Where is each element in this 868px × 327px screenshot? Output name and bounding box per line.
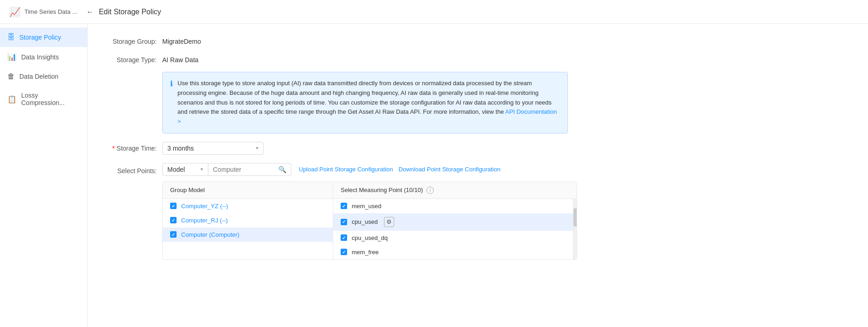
col-measuring-point: Select Measuring Point (10/10) i	[333, 182, 577, 199]
select-points-row: Select Points: Model ▾ 🔍 Upload Point St…	[102, 163, 853, 176]
info-text: Use this storage type to store analog in…	[177, 79, 560, 127]
points-table: Group Model Select Measuring Point (10/1…	[162, 181, 577, 260]
select-points-label: Select Points:	[102, 164, 162, 175]
scrollbar-track[interactable]	[573, 199, 577, 259]
app-logo: 📈 Time Series Data ...	[9, 6, 77, 18]
main-layout: 🗄 Storage Policy 📊 Data Insights 🗑 Data …	[0, 24, 868, 327]
back-arrow-icon: ←	[86, 8, 93, 16]
row-label-cpu-used-dq: cpu_used_dq	[352, 234, 388, 241]
logo-icon: 📈	[9, 6, 21, 18]
gear-icon[interactable]: ⚙	[384, 217, 394, 227]
upload-link[interactable]: Upload Point Storage Configuration	[299, 166, 393, 173]
row-label-computer[interactable]: Computer (Computer)	[181, 231, 239, 238]
model-arrow-icon: ▾	[201, 166, 203, 172]
table-row: ✓ cpu_used_dq	[333, 231, 573, 245]
page-title: Edit Storage Policy	[99, 8, 161, 16]
storage-time-label: Storage Time:	[102, 142, 162, 152]
row-label-mem-used: mem_used	[352, 203, 381, 210]
back-button[interactable]: ←	[86, 8, 93, 16]
storage-type-value: AI Raw Data	[162, 53, 199, 64]
storage-time-select[interactable]: 3 months ▾	[162, 142, 264, 155]
sidebar: 🗄 Storage Policy 📊 Data Insights 🗑 Data …	[0, 24, 88, 327]
table-row: ✓ Computer_RJ (--)	[163, 213, 333, 228]
download-link[interactable]: Download Point Storage Configuration	[399, 166, 501, 173]
data-deletion-icon: 🗑	[7, 72, 15, 81]
checkbox-cpu-used[interactable]: ✓	[341, 219, 347, 225]
sidebar-item-data-insights[interactable]: 📊 Data Insights	[0, 47, 87, 67]
storage-type-row: Storage Type: AI Raw Data	[102, 53, 853, 64]
storage-time-value: 3 months	[167, 145, 256, 152]
checkbox-rj[interactable]: ✓	[170, 217, 177, 223]
checkbox-computer[interactable]: ✓	[170, 231, 177, 238]
sidebar-item-lossy-compression[interactable]: 📋 Lossy Compression...	[0, 86, 87, 112]
data-insights-icon: 📊	[7, 53, 17, 61]
scrollbar-thumb[interactable]	[573, 208, 577, 227]
table-row: ✓ Computer (Computer)	[163, 228, 333, 242]
lossy-compression-icon: 📋	[7, 95, 17, 104]
table-body: ✓ Computer_YZ (--) ✓ Computer_RJ (--) ✓ …	[163, 199, 577, 259]
model-select-text: Model	[167, 166, 198, 173]
checkbox-mem-used[interactable]: ✓	[341, 203, 347, 209]
header: 📈 Time Series Data ... ← Edit Storage Po…	[0, 0, 868, 24]
checkbox-cpu-used-dq[interactable]: ✓	[341, 234, 347, 241]
measuring-count-text: Select Measuring Point (10/10)	[341, 187, 423, 193]
row-label-rj[interactable]: Computer_RJ (--)	[181, 217, 228, 224]
search-icon: 🔍	[278, 166, 286, 173]
left-col: ✓ Computer_YZ (--) ✓ Computer_RJ (--) ✓ …	[163, 199, 333, 259]
checkbox-yz[interactable]: ✓	[170, 203, 177, 209]
table-row: ✓ Computer_YZ (--)	[163, 199, 333, 213]
storage-group-value: MigrateDemo	[162, 35, 201, 45]
table-row: ✓ mem_free	[333, 245, 573, 259]
sidebar-item-label: Lossy Compression...	[21, 92, 80, 106]
main-content: Storage Group: MigrateDemo Storage Type:…	[88, 24, 868, 327]
col-group-model: Group Model	[163, 182, 333, 199]
measuring-info-icon[interactable]: i	[426, 187, 434, 194]
storage-type-label: Storage Type:	[102, 53, 162, 64]
sidebar-item-data-deletion[interactable]: 🗑 Data Deletion	[0, 67, 87, 86]
storage-policy-icon: 🗄	[7, 33, 15, 41]
row-label-cpu-used: cpu_used	[352, 218, 378, 225]
info-icon: ℹ	[170, 79, 173, 127]
storage-time-row: Storage Time: 3 months ▾	[102, 142, 853, 155]
right-col: ✓ mem_used ✓ cpu_used ⚙ ✓ cpu_used_dq ✓	[333, 199, 573, 259]
checkbox-mem-free[interactable]: ✓	[341, 249, 347, 255]
logo-text: Time Series Data ...	[24, 8, 77, 15]
row-label-yz[interactable]: Computer_YZ (--)	[181, 203, 228, 210]
table-row: ✓ mem_used	[333, 199, 573, 213]
sidebar-item-label: Storage Policy	[19, 34, 61, 41]
sidebar-item-storage-policy[interactable]: 🗄 Storage Policy	[0, 28, 87, 47]
storage-group-label: Storage Group:	[102, 35, 162, 45]
info-box: ℹ Use this storage type to store analog …	[162, 72, 568, 134]
table-row: ✓ cpu_used ⚙	[333, 213, 573, 231]
storage-group-row: Storage Group: MigrateDemo	[102, 35, 853, 45]
row-label-mem-free: mem_free	[352, 249, 379, 256]
table-header: Group Model Select Measuring Point (10/1…	[163, 182, 577, 199]
model-select[interactable]: Model ▾	[162, 163, 208, 176]
search-input[interactable]	[213, 166, 278, 173]
select-arrow-icon: ▾	[256, 145, 259, 151]
sidebar-item-label: Data Deletion	[19, 73, 59, 80]
search-box[interactable]: 🔍	[208, 163, 291, 176]
sidebar-item-label: Data Insights	[21, 53, 59, 61]
